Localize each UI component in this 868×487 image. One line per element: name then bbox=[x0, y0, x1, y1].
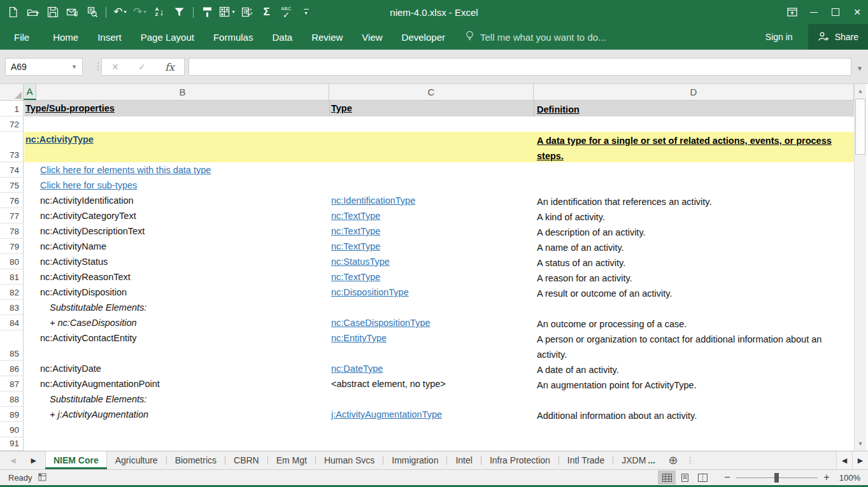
ribbon-tab-review[interactable]: Review bbox=[302, 24, 352, 50]
sheet-tab-agriculture[interactable]: Agriculture bbox=[107, 451, 166, 469]
sheet-tab-jxdm[interactable]: JXDM ... bbox=[613, 451, 664, 469]
row-header-76[interactable]: 76 bbox=[0, 193, 24, 208]
row-header-89[interactable]: 89 bbox=[0, 407, 24, 422]
tell-me-box[interactable]: Tell me what you want to do... bbox=[465, 30, 606, 44]
cell-C82[interactable]: nc:DispositionType bbox=[331, 286, 409, 299]
vertical-scrollbar[interactable]: ▲ ▼ bbox=[854, 84, 866, 451]
select-all-corner[interactable] bbox=[0, 84, 24, 100]
row-header-91[interactable]: 91 bbox=[0, 437, 24, 451]
zoom-level[interactable]: 100% bbox=[832, 473, 860, 483]
cell-D82[interactable]: A result or outcome of an activity. bbox=[537, 286, 841, 301]
formula-bar-expand-icon[interactable]: ▼ bbox=[857, 65, 863, 72]
cell-D89[interactable]: Additional information about an activity… bbox=[537, 408, 841, 423]
share-button[interactable]: Share bbox=[808, 24, 868, 50]
filter-icon[interactable] bbox=[169, 3, 189, 22]
row-header-82[interactable]: 82 bbox=[0, 285, 24, 300]
column-header-D[interactable]: D bbox=[534, 84, 854, 100]
row-header-87[interactable]: 87 bbox=[0, 376, 24, 392]
sheet-tab-em-mgt[interactable]: Em Mgt bbox=[268, 451, 315, 469]
cell-D80[interactable]: A status of an activity. bbox=[537, 255, 841, 271]
row-header-84[interactable]: 84 bbox=[0, 315, 24, 330]
name-box-dropdown-icon[interactable]: ▼ bbox=[66, 64, 82, 70]
row-header-77[interactable]: 77 bbox=[0, 208, 24, 223]
column-header-C[interactable]: C bbox=[329, 84, 534, 100]
ribbon-tab-data[interactable]: Data bbox=[262, 24, 302, 50]
minimize-button[interactable] bbox=[803, 0, 825, 24]
cell-B76[interactable]: nc:ActivityIdentification bbox=[40, 195, 134, 207]
cell-D73[interactable]: A data type for a single or set of relat… bbox=[537, 133, 841, 164]
cell-C1[interactable]: Type bbox=[331, 102, 352, 115]
cell-D79[interactable]: A name of an activity. bbox=[537, 240, 841, 255]
customize-qat-icon[interactable]: ▾ bbox=[296, 3, 316, 22]
save-icon[interactable] bbox=[43, 3, 62, 22]
new-sheet-button[interactable]: ⊕ bbox=[664, 451, 683, 469]
sheet-tab-cbrn[interactable]: CBRN bbox=[225, 451, 267, 469]
cell-B77[interactable]: nc:ActivityCategoryText bbox=[40, 210, 136, 222]
scroll-down-icon[interactable]: ▼ bbox=[855, 437, 866, 450]
cell-B1[interactable]: Type/Sub-properties bbox=[25, 102, 115, 115]
cell-C86[interactable]: nc:DateType bbox=[331, 363, 383, 375]
sheet-tab-infra-protection[interactable]: Infra Protection bbox=[481, 451, 559, 469]
macro-record-icon[interactable] bbox=[38, 473, 46, 481]
formula-input[interactable] bbox=[189, 58, 851, 76]
ribbon-tab-insert[interactable]: Insert bbox=[88, 24, 131, 50]
scroll-up-icon[interactable]: ▲ bbox=[855, 85, 866, 97]
row-header-83[interactable]: 83 bbox=[0, 300, 24, 315]
cell-B78[interactable]: nc:ActivityDescriptionText bbox=[40, 225, 145, 237]
column-header-B[interactable]: B bbox=[36, 84, 329, 100]
sort-az-icon[interactable]: AZ↓ bbox=[150, 3, 169, 22]
close-button[interactable]: ✕ bbox=[846, 0, 868, 24]
cell-B84[interactable]: + nc:CaseDisposition bbox=[50, 317, 137, 329]
name-box[interactable]: A69 ▼ bbox=[5, 58, 83, 76]
tabstrip-scroll-left-icon[interactable]: ◀ bbox=[836, 451, 852, 469]
cell-D84[interactable]: An outcome or processing of a case. bbox=[537, 316, 841, 332]
vertical-scrollbar-thumb[interactable] bbox=[855, 99, 865, 155]
sheet-nav-right-icon[interactable]: ▶ bbox=[31, 456, 36, 465]
cell-D78[interactable]: A description of an activity. bbox=[537, 225, 841, 240]
cell-C80[interactable]: nc:StatusType bbox=[331, 256, 390, 268]
email-attachment-icon[interactable] bbox=[62, 3, 82, 22]
cell-B83[interactable]: Substitutable Elements: bbox=[50, 302, 146, 314]
sheet-nav-left-icon[interactable]: ◀ bbox=[10, 456, 15, 465]
cell-C79[interactable]: nc:TextType bbox=[331, 241, 380, 253]
row-header-72[interactable]: 72 bbox=[0, 116, 24, 132]
cell-D77[interactable]: A kind of activity. bbox=[537, 209, 841, 225]
sheet-tab-immigration[interactable]: Immigration bbox=[383, 451, 446, 469]
cell-C87[interactable]: <abstract element, no type> bbox=[331, 378, 446, 390]
cell-B88[interactable]: Substitutable Elements: bbox=[50, 393, 146, 406]
row-header-85[interactable]: 85 bbox=[0, 330, 24, 361]
cell-C89[interactable]: j:ActivityAugmentationType bbox=[331, 409, 442, 421]
insert-function-icon[interactable]: fx bbox=[165, 61, 174, 73]
sheet-tab-intel[interactable]: Intel bbox=[447, 451, 480, 469]
cell-D76[interactable]: An identification that references an act… bbox=[537, 194, 841, 209]
column-header-A[interactable]: A bbox=[24, 84, 36, 100]
row-header-79[interactable]: 79 bbox=[0, 239, 24, 254]
undo-icon[interactable]: ↶▾ bbox=[110, 3, 130, 22]
row-header-88[interactable]: 88 bbox=[0, 392, 24, 407]
cell-B80[interactable]: nc:ActivityStatus bbox=[40, 256, 108, 268]
cell-D1[interactable]: Definition bbox=[537, 102, 841, 117]
tabstrip-drag-handle[interactable]: ⋮ bbox=[683, 451, 698, 469]
page-break-preview-icon[interactable] bbox=[694, 470, 711, 484]
document-refresh-icon[interactable] bbox=[237, 3, 257, 22]
ribbon-tab-page-layout[interactable]: Page Layout bbox=[131, 24, 204, 50]
sheet-tab-human-svcs[interactable]: Human Svcs bbox=[316, 451, 383, 469]
maximize-button[interactable] bbox=[825, 0, 846, 24]
row-header-73[interactable]: 73 bbox=[0, 132, 24, 162]
row-header-75[interactable]: 75 bbox=[0, 178, 24, 193]
format-painter-icon[interactable] bbox=[197, 3, 217, 22]
ribbon-tab-formulas[interactable]: Formulas bbox=[204, 24, 263, 50]
cell-B73[interactable]: nc:ActivityType bbox=[25, 134, 94, 146]
row-header-78[interactable]: 78 bbox=[0, 223, 24, 239]
row-header-90[interactable]: 90 bbox=[0, 422, 24, 437]
normal-view-icon[interactable] bbox=[658, 470, 676, 484]
zoom-slider-thumb[interactable] bbox=[774, 473, 779, 483]
ribbon-tab-home[interactable]: Home bbox=[43, 24, 88, 50]
row-header-74[interactable]: 74 bbox=[0, 162, 24, 178]
cell-B87[interactable]: nc:ActivityAugmentationPoint bbox=[40, 378, 160, 390]
cell-C85[interactable]: nc:EntityType bbox=[331, 332, 387, 344]
spelling-icon[interactable]: ABC✓ bbox=[276, 3, 296, 22]
cell-B81[interactable]: nc:ActivityReasonText bbox=[40, 271, 131, 283]
cell-C78[interactable]: nc:TextType bbox=[331, 225, 380, 237]
row-header-80[interactable]: 80 bbox=[0, 254, 24, 269]
